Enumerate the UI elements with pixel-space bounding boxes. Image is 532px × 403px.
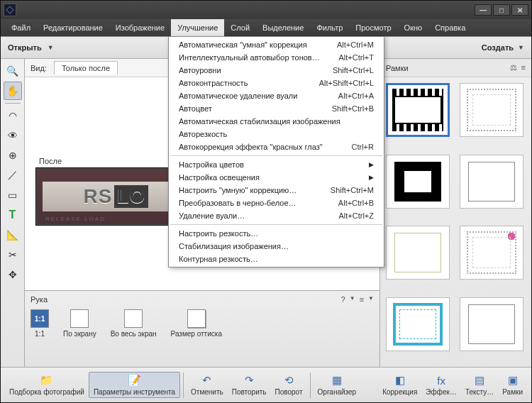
frame-thumb-flowers[interactable] [460,226,523,280]
zoom-swatch-icon [70,309,89,328]
menu-item[interactable]: Контурная резкость… [169,253,384,265]
menu-item-label: Автоуровни [179,66,221,74]
bottom-рамки[interactable]: ▣Рамки [498,374,527,396]
menu-item[interactable]: АвтоуровниShift+Ctrl+L [169,64,384,77]
menu-item[interactable]: Настройка цветов▶ [169,158,384,171]
frame-thumb-thin[interactable] [460,155,523,209]
menu-item[interactable]: АвтоконтрастностьAlt+Shift+Ctrl+L [169,77,384,89]
menu-item-label: Контурная резкость… [179,255,258,263]
open-dropdown[interactable]: Открыть ▼ [8,43,54,52]
zoom-preset[interactable]: Размер оттиска [171,309,222,338]
frames-panel: Рамки ⚖ ≡ [379,59,531,367]
menu-item[interactable]: Автоматическая "умная" коррекцияAlt+Ctrl… [169,38,384,51]
bottom-органайзер[interactable]: ▦Органайзер [314,374,361,396]
menu-item[interactable]: Автоматическое удаление вуалиAlt+Ctrl+A [169,89,384,102]
menu-item-label: Автоконтрастность [179,79,248,87]
bottom-параметры-инструмента[interactable]: 📝Параметры инструмента [89,372,180,398]
close-button[interactable]: ✕ [511,4,528,16]
menu-item[interactable]: Автоматическая стабилизация изображения [169,115,384,128]
tool-eye[interactable]: 👁 [4,126,22,145]
menu-item[interactable]: Преобразовать в черно-белое…Alt+Ctrl+B [169,197,384,209]
menu-icon[interactable]: ≡ [521,63,526,72]
menu-слой[interactable]: Слой [224,19,256,36]
tool-lasso[interactable]: ◠ [4,106,22,125]
zoom-swatch-icon: 1:1 [31,309,49,328]
menu-item-label: Интеллектуальный автовыбор тонов… [179,53,320,62]
tool-zoom[interactable]: 🔍 [4,62,22,80]
menu-файл[interactable]: Файл [5,19,37,36]
zoom-swatch-icon [124,309,143,328]
menu-item-label: Преобразовать в черно-белое… [179,199,297,207]
menu-фильтр[interactable]: Фильтр [310,19,349,36]
submenu-arrow-icon: ▶ [369,161,374,168]
tool-measure[interactable]: 📐 [4,226,22,244]
view-tab[interactable]: Только после [54,61,118,74]
menu-улучшение[interactable]: Улучшение [171,19,224,36]
menu-item[interactable]: Настройка освещения▶ [169,171,384,184]
bottom-эффек…[interactable]: fxЭффек… [421,374,461,396]
create-dropdown[interactable]: Создать ▼ [482,43,524,52]
menu-item[interactable]: Интеллектуальный автовыбор тонов…Alt+Ctr… [169,51,384,64]
menu-item[interactable]: Настроить резкость… [169,227,384,240]
bottom-подборка-фотографий[interactable]: 📁Подборка фотографий [5,374,89,396]
menu-выделение[interactable]: Выделение [256,19,310,36]
tool-crop[interactable]: ✂ [4,245,22,264]
tool-type[interactable]: T [4,206,22,224]
frame-thumb-dotted[interactable] [460,83,523,137]
chevron-down-icon[interactable]: ▼ [368,295,374,304]
menu-icon[interactable]: ≡ [360,295,364,304]
bottom-коррекция[interactable]: ◧Коррекция [378,374,421,396]
menu-item[interactable]: Авторезкость [169,128,384,140]
frame-thumb-thick-black[interactable] [386,155,450,209]
zoom-preset[interactable]: Во весь экран [111,309,157,338]
menu-item[interactable]: Стабилизация изображения… [169,240,384,253]
menu-item[interactable]: Настроить "умную" коррекцию…Shift+Ctrl+M [169,184,384,197]
frame-thumb-film[interactable] [386,83,450,137]
menu-справка[interactable]: Справка [428,19,472,36]
tool-move[interactable]: ✥ [4,265,22,284]
menu-item[interactable]: Удаление вуали…Alt+Ctrl+Z [169,209,384,222]
zoom-preset-label: По экрану [63,330,96,338]
menu-окно[interactable]: Окно [398,19,429,36]
bottom-тексту…[interactable]: ▤Тексту… [461,374,498,396]
frame-thumb-plain[interactable] [460,297,523,351]
menu-item-label: Автоматическая "умная" коррекция [179,40,307,49]
bottom-label: Коррекция [382,388,417,396]
bottom-отменить[interactable]: ↶Отменить [187,374,228,396]
tool-redeye[interactable]: ⊕ [4,146,22,165]
hand-panel: Рука ? ▼ ≡ ▼ 1:11:1По экрануВо весь экра… [25,290,379,367]
bottom-label: Рамки [502,388,523,396]
shortcut-label: Alt+Ctrl+M [323,40,374,49]
app-icon [4,4,16,16]
bottom-поворот[interactable]: ⟲Поворот [271,374,307,396]
minimize-button[interactable]: — [475,4,492,16]
tool-ruler[interactable]: ▭ [4,186,22,204]
zoom-preset[interactable]: По экрану [63,309,96,338]
bottom-bar: 📁Подборка фотографий📝Параметры инструмен… [1,367,531,402]
tool-brush[interactable]: ／ [4,166,22,184]
shortcut-label: Shift+Ctrl+B [318,104,374,113]
enhance-menu-dropdown: Автоматическая "умная" коррекцияAlt+Ctrl… [168,36,384,267]
menu-item[interactable]: АвтоцветShift+Ctrl+B [169,102,384,115]
maximize-button[interactable]: □ [493,4,510,16]
menubar: ФайлРедактированиеИзображениеУлучшениеСл… [1,19,531,36]
tool-hand[interactable]: ✋ [4,82,22,100]
menu-item[interactable]: Автокоррекция эффекта "красных глаз"Ctrl… [169,140,384,153]
bottom-повторить[interactable]: ↷Повторить [228,374,271,396]
bottom-icon: 📁 [39,374,55,387]
menu-изображение[interactable]: Изображение [109,19,171,36]
chevron-down-icon[interactable]: ▼ [350,295,355,304]
open-label: Открыть [8,43,42,52]
frame-thumb-thin-green[interactable] [386,226,450,280]
logo-text-a: RS [84,185,113,208]
menu-просмотр[interactable]: Просмотр [349,19,397,36]
bottom-label: Органайзер [318,388,357,396]
help-icon[interactable]: ? [341,295,345,304]
zoom-preset[interactable]: 1:11:1 [31,309,49,338]
menu-редактирование[interactable]: Редактирование [37,19,109,36]
zoom-preset-label: Размер оттиска [171,330,222,338]
frame-thumb-cyan[interactable] [386,297,450,351]
bottom-label: Эффек… [426,388,457,396]
balance-icon[interactable]: ⚖ [510,63,517,72]
titlebar: — □ ✕ [1,1,531,19]
